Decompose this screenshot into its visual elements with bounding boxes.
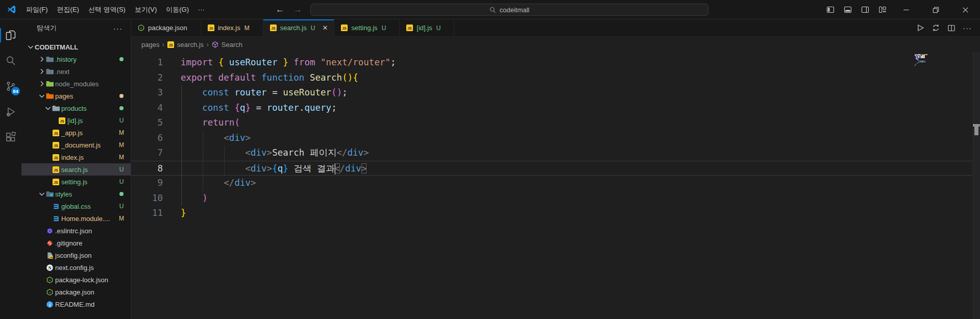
- svg-text:JS: JS: [54, 168, 58, 171]
- tree-folder-products[interactable]: products: [21, 102, 131, 114]
- tree-item-label: pages: [55, 92, 73, 100]
- tree-file-index-js[interactable]: JSindex.jsM: [21, 151, 131, 163]
- code-line-6: 6 <div>: [131, 131, 980, 146]
- search-box[interactable]: codeitmall: [310, 4, 708, 16]
- line-number: 10: [131, 191, 163, 206]
- menu-item-1[interactable]: 편집(E): [53, 3, 84, 16]
- restore-icon[interactable]: [921, 0, 950, 19]
- breadcrumb-item[interactable]: search.js: [177, 41, 204, 48]
- line-number: 8: [131, 161, 163, 176]
- menu-item-0[interactable]: 파일(F): [21, 3, 53, 16]
- svg-text:JS: JS: [342, 27, 347, 30]
- tree-folder-styles[interactable]: styles: [21, 188, 131, 200]
- tree-folder--history[interactable]: .history: [21, 53, 131, 65]
- git-status-dot: [117, 190, 126, 198]
- toggle-secondary-sidebar-icon[interactable]: [856, 0, 874, 19]
- toggle-panel-icon[interactable]: [839, 0, 856, 19]
- scrollbar[interactable]: [973, 52, 980, 319]
- menu-item-4[interactable]: 이동(G): [161, 3, 193, 16]
- tab-search-js[interactable]: JSsearch.jsU✕: [263, 19, 335, 37]
- scrollbar-marker-stem: [974, 127, 978, 135]
- indent-guide: [181, 85, 182, 206]
- split-editor-icon[interactable]: [947, 24, 955, 32]
- breadcrumb-separator-icon: ›: [162, 40, 164, 48]
- menu-bar: 파일(F)편집(E)선택 영역(S)보기(V)이동(G)···: [21, 3, 209, 16]
- folder-node-icon: [46, 80, 55, 88]
- breadcrumb-item[interactable]: Search: [222, 41, 242, 48]
- tab-package-json[interactable]: npackage.json: [131, 19, 201, 36]
- code-editor[interactable]: 1import { useRouter } from "next/router"…: [131, 52, 980, 319]
- back-arrow-icon[interactable]: ←: [276, 5, 284, 15]
- menu-item-2[interactable]: 선택 영역(S): [84, 3, 130, 16]
- tree-file--gitignore[interactable]: .gitignore: [21, 237, 131, 249]
- tree-file-readme-md[interactable]: iREADME.md: [21, 298, 131, 310]
- tree-item-label: setting.js: [61, 178, 87, 186]
- tree-item-label: styles: [55, 190, 72, 198]
- explorer-header: 탐색기 ···: [21, 19, 131, 37]
- activity-explorer-icon[interactable]: [0, 22, 21, 48]
- js-icon: JS: [52, 166, 61, 174]
- close-icon[interactable]: [950, 0, 980, 19]
- tree-file-global-css[interactable]: global.cssU: [21, 200, 131, 212]
- menu-more[interactable]: ···: [193, 3, 209, 16]
- js-icon: JS: [340, 24, 348, 32]
- code-line-3: 3 const router = useRouter();: [131, 85, 980, 101]
- tab-close-icon[interactable]: ✕: [322, 24, 328, 32]
- tree-file--id-js[interactable]: JS[id].jsU: [21, 114, 131, 127]
- npm-icon: n: [46, 288, 55, 296]
- line-content: </div>: [181, 176, 256, 191]
- line-content: <div>{q} 검색 결과</div>: [181, 161, 366, 176]
- line-content: const router = useRouter();: [181, 85, 348, 101]
- compare-changes-icon[interactable]: [932, 23, 940, 32]
- js-icon: JS: [406, 24, 413, 32]
- tab--id-js[interactable]: JS[id].jsU: [400, 19, 454, 36]
- file-tree: CODEITMALL.history.nextnode_modulespages…: [21, 41, 131, 310]
- tree-file-home-module-[interactable]: Home.module....M: [21, 212, 131, 225]
- tree-item-label: search.js: [61, 166, 88, 174]
- tree-file--document-js[interactable]: JS_document.jsM: [21, 139, 131, 151]
- more-actions-icon[interactable]: ···: [963, 23, 972, 32]
- chevron-right-icon: [38, 80, 46, 88]
- breadcrumb-item[interactable]: pages: [141, 41, 159, 48]
- activity-run-debug-icon[interactable]: [0, 99, 21, 125]
- tree-folder-node-modules[interactable]: node_modules: [21, 78, 131, 90]
- run-icon[interactable]: [916, 23, 924, 32]
- tree-file--eslintrc-json[interactable]: .eslintrc.json: [21, 225, 131, 237]
- tree-folder-pages[interactable]: pages: [21, 90, 131, 102]
- tree-item-label: global.css: [61, 203, 91, 210]
- forward-arrow-icon[interactable]: →: [293, 5, 302, 15]
- readme-icon: i: [46, 301, 55, 308]
- svg-text:JS: JS: [168, 43, 173, 46]
- history-nav: ← →: [276, 0, 302, 19]
- git-status-badge: U: [117, 203, 126, 210]
- toggle-primary-sidebar-icon[interactable]: [822, 0, 839, 19]
- tree-file-package-json[interactable]: npackage.json: [21, 286, 131, 298]
- tree-item-label: _document.js: [61, 141, 101, 149]
- svg-text:n: n: [49, 290, 51, 293]
- line-content: export default function Search(){: [181, 70, 358, 86]
- activity-extensions-icon[interactable]: [0, 125, 21, 150]
- tree-folder--next[interactable]: .next: [21, 65, 131, 78]
- tree-file-search-js[interactable]: JSsearch.jsU: [21, 163, 131, 176]
- tree-file-next-config-js[interactable]: Nnext.config.js: [21, 261, 131, 274]
- tab-setting-js[interactable]: JSsetting.jsU: [334, 19, 400, 36]
- customize-layout-icon[interactable]: [874, 0, 891, 19]
- tree-file-jsconfig-json[interactable]: JSjsconfig.json: [21, 249, 131, 261]
- line-content: <div>: [181, 131, 251, 146]
- tab-label: setting.js: [351, 24, 377, 32]
- activity-search-icon[interactable]: [0, 48, 21, 73]
- minimize-icon[interactable]: [891, 0, 921, 19]
- tree-file--app-js[interactable]: JS_app.jsM: [21, 127, 131, 139]
- tree-file-setting-js[interactable]: JSsetting.jsU: [21, 176, 131, 188]
- tab-index-js[interactable]: JSindex.jsM: [201, 19, 263, 36]
- code-line-1: 1import { useRouter } from "next/router"…: [131, 55, 980, 70]
- tab-git-badge: U: [436, 24, 441, 32]
- activity-source-control-icon[interactable]: 84: [0, 73, 21, 99]
- menu-item-3[interactable]: 보기(V): [130, 3, 161, 16]
- tree-file-package-lock-json[interactable]: npackage-lock.json: [21, 274, 131, 286]
- minimap[interactable]: [915, 54, 939, 66]
- explorer-more-actions-icon[interactable]: ···: [113, 24, 122, 33]
- line-content: const {q} = router.query;: [181, 101, 337, 116]
- folder-products-icon: [52, 104, 61, 112]
- tree-root[interactable]: CODEITMALL: [21, 41, 131, 53]
